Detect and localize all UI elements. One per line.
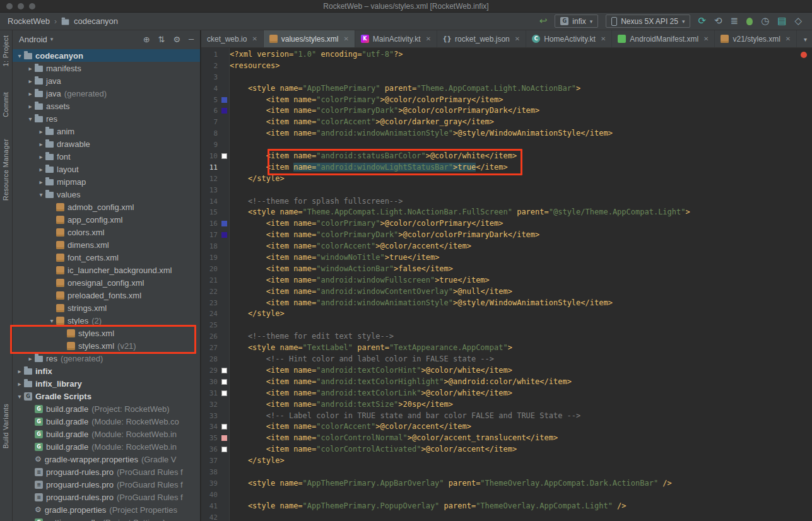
tree-item[interactable]: ▸manifests — [13, 62, 200, 74]
code-line[interactable]: 25 — [201, 320, 812, 331]
tab[interactable]: values/styles.xml✕ — [264, 30, 355, 47]
tree-item[interactable]: ▸assets — [13, 100, 200, 112]
notifications-icon[interactable]: ◇ — [794, 16, 802, 26]
close-tab-icon[interactable]: ✕ — [426, 35, 431, 42]
sync-gradle-icon[interactable]: ⟳ — [698, 16, 706, 26]
browse-icon[interactable]: ⊕ — [143, 35, 150, 44]
tree-item[interactable]: ▾res — [13, 112, 200, 125]
tree-item[interactable]: colors.xml — [13, 226, 200, 238]
hidden-tabs-chevron-icon[interactable]: ▾ — [804, 36, 807, 43]
tree-item[interactable]: ▸infix_library — [13, 377, 200, 390]
chevron-down-icon[interactable]: ▾ — [15, 52, 24, 59]
tree-item[interactable]: ⚙gradle-wrapper.properties(Gradle V — [13, 453, 200, 465]
tree-item[interactable]: ▸layout — [13, 163, 200, 175]
tab[interactable]: AndroidManifest.xml✕ — [612, 30, 715, 47]
tree-item[interactable]: ▸infix — [13, 365, 200, 377]
tree-item[interactable]: ▸mipmap — [13, 175, 200, 188]
code-line[interactable]: 15 <style name="Theme.AppCompat.Light.No… — [201, 207, 812, 218]
chevron-right-icon[interactable]: ▸ — [15, 380, 24, 387]
tree-item[interactable]: Gbuild.gradle(Module: RocketWeb.in — [13, 428, 200, 440]
code-line[interactable]: 39 <style name="AppThemePrimary.AppBarOv… — [201, 478, 812, 489]
code-line[interactable]: 32 <item name="android:textSize">20sp</i… — [201, 399, 812, 411]
undo-icon[interactable]: ⟲ — [714, 16, 722, 26]
tree-item[interactable]: admob_config.xml — [13, 201, 200, 213]
breadcrumb-module[interactable]: codecanyon — [74, 16, 118, 26]
code-line[interactable]: 2<resources> — [201, 61, 812, 72]
tree-item[interactable]: strings.xml — [13, 301, 200, 314]
code-line[interactable]: 19 <item name="windowNoTitle">true</item… — [201, 252, 812, 264]
code-line[interactable]: 8 <item name="android:windowAnimationSty… — [201, 128, 812, 139]
code-line[interactable]: 27 <style name="TextLabel" parent="TextA… — [201, 342, 812, 354]
code-line[interactable]: 28 <!-- Hint color and label color in FA… — [201, 354, 812, 365]
tool-window-button[interactable]: 1: Project — [2, 35, 9, 66]
code-line[interactable]: 29 <item name="android:textColorHint">@c… — [201, 365, 812, 377]
chevron-right-icon[interactable]: ▸ — [26, 65, 35, 72]
close-window-button[interactable] — [6, 3, 13, 9]
tree-item[interactable]: ▸anim — [13, 125, 200, 138]
code-line[interactable]: 13 — [201, 185, 812, 196]
code-line[interactable]: 21 <item name="android:windowFullscreen"… — [201, 275, 812, 286]
hide-panel-icon[interactable]: ─ — [189, 35, 194, 44]
tree-item[interactable]: Gsettings.gradle(Project Settings) — [13, 516, 200, 521]
tree-item[interactable]: app_config.xml — [13, 213, 200, 226]
tree-item[interactable]: Gbuild.gradle(Project: RocketWeb) — [13, 402, 200, 415]
chevron-down-icon[interactable]: ▾ — [37, 191, 45, 198]
chevron-right-icon[interactable]: ▸ — [26, 90, 35, 97]
tree-item[interactable]: ▸res(generated) — [13, 352, 200, 365]
tree-item[interactable]: ≡proguard-rules.pro(ProGuard Rules f — [13, 465, 200, 478]
chevron-right-icon[interactable]: ▸ — [26, 355, 35, 362]
code-line[interactable]: 30 <item name="android:textColorHighligh… — [201, 377, 812, 388]
code-line[interactable]: 17 <item name="colorPrimaryDark">@color/… — [201, 230, 812, 241]
inspections-indicator[interactable] — [801, 52, 807, 58]
code-line[interactable]: 16 <item name="colorPrimary">@color/colo… — [201, 218, 812, 230]
code-editor[interactable]: 1<?xml version="1.0" encoding="utf-8"?>2… — [201, 48, 812, 521]
tree-item[interactable]: onesignal_config.xml — [13, 276, 200, 289]
tree-item[interactable]: ▸java — [13, 74, 200, 87]
close-tab-icon[interactable]: ✕ — [252, 35, 257, 42]
device-selector[interactable]: Nexus 5X API 25 ▾ — [606, 15, 690, 28]
code-line[interactable]: 6 <item name="colorPrimaryDark">@color/c… — [201, 105, 812, 117]
code-line[interactable]: 22 <item name="android:windowContentOver… — [201, 286, 812, 298]
code-line[interactable]: 40 — [201, 489, 812, 501]
chevron-down-icon[interactable]: ▾ — [26, 115, 35, 122]
code-line[interactable]: 24 </style> — [201, 308, 812, 320]
code-line[interactable]: 1<?xml version="1.0" encoding="utf-8"?> — [201, 49, 812, 61]
tree-item[interactable]: dimens.xml — [13, 238, 200, 251]
chevron-right-icon[interactable]: ▸ — [37, 128, 45, 135]
code-line[interactable]: 33 <!-- Label color in TRUE state and ba… — [201, 411, 812, 422]
tree-item[interactable]: ▾codecanyon — [13, 49, 200, 62]
code-line[interactable]: 7 <item name="colorAccent">@color/darker… — [201, 117, 812, 128]
close-tab-icon[interactable]: ✕ — [601, 35, 606, 42]
tree-item[interactable]: Gbuild.gradle(Module: RocketWeb.co — [13, 415, 200, 428]
breadcrumb-project[interactable]: RocketWeb — [8, 16, 50, 26]
tab[interactable]: v21/styles.xml✕ — [715, 30, 797, 47]
back-arrow-icon[interactable]: ↩ — [539, 16, 548, 26]
tree-item[interactable]: font_certs.xml — [13, 251, 200, 264]
chevron-down-icon[interactable]: ▾ — [15, 393, 24, 400]
tab[interactable]: cket_web.io✕ — [201, 30, 264, 47]
close-tab-icon[interactable]: ✕ — [343, 35, 348, 42]
code-line[interactable]: 36 <item name="colorControlActivated">@c… — [201, 444, 812, 455]
chevron-down-icon[interactable]: ▾ — [47, 317, 56, 324]
tree-item[interactable]: ≡proguard-rules.pro(ProGuard Rules f — [13, 478, 200, 491]
collapse-all-icon[interactable]: ⇅ — [158, 35, 165, 44]
tree-item[interactable]: ▾values — [13, 188, 200, 201]
tool-window-button[interactable]: Commit — [2, 92, 9, 117]
attach-debugger-icon[interactable] — [746, 18, 753, 25]
tab[interactable]: KMainActivity.kt✕ — [355, 30, 437, 47]
profiler-icon[interactable]: ◷ — [761, 16, 769, 26]
zoom-window-button[interactable] — [29, 3, 35, 9]
code-line[interactable]: 5 <item name="colorPrimary">@color/color… — [201, 95, 812, 106]
tab[interactable]: CHomeActivity.kt✕ — [526, 30, 612, 47]
chevron-right-icon[interactable]: ▸ — [37, 166, 45, 173]
code-line[interactable]: 41 <style name="AppThemePrimary.PopupOve… — [201, 501, 812, 512]
tree-item[interactable]: ▸drawable — [13, 138, 200, 150]
sdk-manager-icon[interactable]: ≣ — [731, 16, 739, 26]
code-line[interactable]: 37 </style> — [201, 455, 812, 467]
tree-item[interactable]: Gbuild.gradle(Module: RocketWeb.in — [13, 440, 200, 453]
code-line[interactable]: 34 <item name="colorAccent">@color/accen… — [201, 421, 812, 433]
code-line[interactable]: 18 <item name="colorAccent">@color/accen… — [201, 241, 812, 252]
code-line[interactable]: 31 <item name="android:textColorLink">@c… — [201, 388, 812, 399]
chevron-right-icon[interactable]: ▸ — [37, 141, 45, 148]
chevron-right-icon[interactable]: ▸ — [26, 103, 35, 110]
